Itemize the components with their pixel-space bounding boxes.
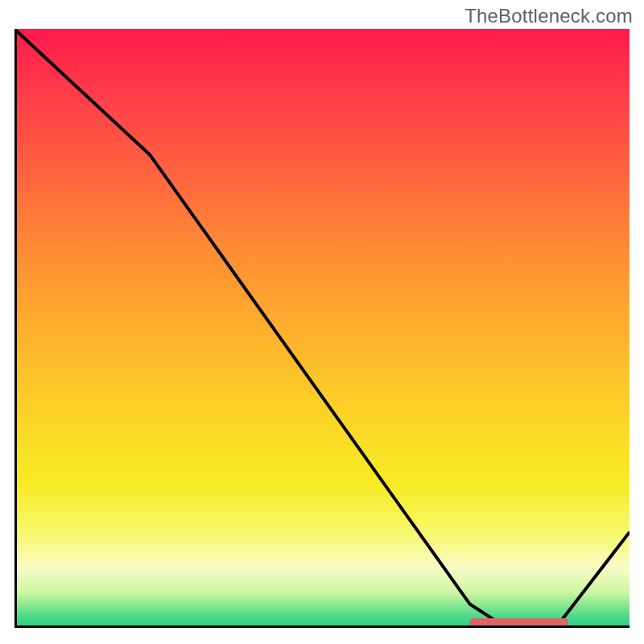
chart-area <box>14 29 630 628</box>
attribution-text: TheBottleneck.com <box>464 5 633 27</box>
page-root: TheBottleneck.com <box>0 0 644 644</box>
curve-layer <box>14 29 630 628</box>
bottleneck-curve <box>14 29 630 628</box>
optimum-band <box>469 618 568 626</box>
